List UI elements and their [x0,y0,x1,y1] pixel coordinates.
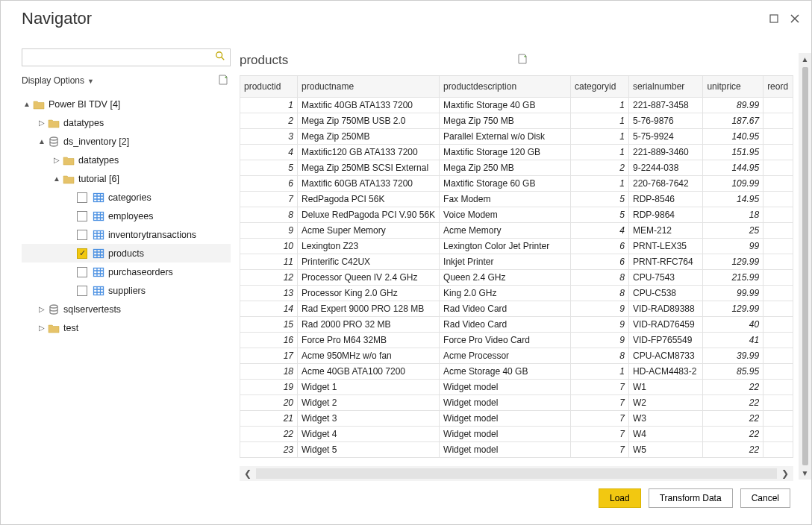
transform-data-button[interactable]: Transform Data [649,488,733,508]
table-row[interactable]: 15Rad 2000 PRO 32 MBRad Video Card9VID-R… [240,316,793,332]
column-header[interactable]: serialnumber [628,76,702,97]
tree-node[interactable]: categories [22,188,231,207]
search-input[interactable] [22,48,231,66]
cell: 221-889-3460 [628,144,702,160]
tree-node[interactable]: ▲ds_inventory [2] [22,132,231,151]
tree-node[interactable]: employees [22,207,231,225]
tree-node[interactable]: purchaseorders [22,262,231,281]
cell [763,191,793,207]
table-row[interactable]: 10Lexington Z23Lexington Color Jet Print… [240,238,793,254]
cell: 5 [571,207,629,222]
column-header[interactable]: categoryid [571,76,629,97]
svg-point-9 [50,305,57,308]
cell: 1 [571,128,629,144]
maximize-icon[interactable] [763,8,784,29]
data-grid[interactable]: productidproductnameproductdescriptionca… [240,76,793,458]
cell [763,269,793,285]
tree-node[interactable]: ▲Power BI TDV [4] [22,95,231,113]
scroll-down-icon[interactable]: ▼ [799,467,811,480]
scroll-thumb[interactable] [802,67,808,465]
cancel-button[interactable]: Cancel [740,488,790,508]
table-row[interactable]: 16Force Pro M64 32MBForce Pro Video Card… [240,332,793,348]
load-button[interactable]: Load [599,488,641,508]
table-row[interactable]: 11Printerific C42UXInkjet Printer6PRNT-R… [240,254,793,269]
horizontal-scrollbar[interactable]: ❮ ❯ [240,466,793,481]
tree-checkbox[interactable] [77,267,87,277]
tree-checkbox[interactable] [77,230,87,240]
scroll-left-icon[interactable]: ❮ [240,468,256,479]
twisty-icon[interactable]: ▲ [37,137,47,145]
twisty-icon[interactable]: ▷ [51,156,62,164]
tree-checkbox[interactable]: ✓ [77,248,87,259]
cell: 19 [240,379,298,394]
column-header[interactable]: productdescription [440,76,571,97]
tree-node[interactable]: inventorytransactions [22,225,231,244]
tree-checkbox[interactable] [77,192,87,203]
table-row[interactable]: 21Widget 3Widget model7W322 [240,410,793,426]
cell: 17 [240,348,298,363]
cell: CPU-C538 [628,285,702,301]
column-header[interactable]: reord [763,76,793,97]
scroll-up-icon[interactable]: ▲ [799,53,811,66]
cell: 22 [703,441,763,457]
tree-checkbox[interactable] [77,211,87,221]
cell: Maxtific120 GB ATA133 7200 [298,144,440,160]
column-header[interactable]: productid [240,76,298,97]
table-row[interactable]: 5Mega Zip 250MB SCSI ExternalMega Zip 25… [240,160,793,175]
tree-checkbox[interactable] [77,286,87,296]
column-header[interactable]: unitprice [703,76,763,97]
table-row[interactable]: 22Widget 4Widget model7W422 [240,426,793,441]
twisty-icon[interactable]: ▷ [37,305,47,313]
tree-node[interactable]: suppliers [22,281,231,300]
table-row[interactable]: 19Widget 1Widget model7W122 [240,379,793,394]
table-row[interactable]: 14Rad Expert 9000 PRO 128 MBRad Video Ca… [240,301,793,316]
cell: 8 [571,348,629,363]
search-icon[interactable] [215,51,227,64]
table-row[interactable]: 3Mega Zip 250MBParallel External w/o Dis… [240,128,793,144]
search-field[interactable] [25,50,215,65]
table-row[interactable]: 8Deluxe RedPagoda PCI V.90 56KVoice Mode… [240,207,793,222]
table-row[interactable]: 4Maxtific120 GB ATA133 7200Maxtific Stor… [240,144,793,160]
cell: Acme 40GB ATA100 7200 [298,363,440,379]
tree-node[interactable]: ▷sqlservertests [22,300,231,318]
close-icon[interactable] [784,8,805,29]
twisty-icon[interactable]: ▷ [37,324,47,332]
preview-refresh-icon[interactable] [516,53,793,69]
tree-node[interactable]: ▲tutorial [6] [22,169,231,188]
table-row[interactable]: 18Acme 40GB ATA100 7200Acme Storage 40 G… [240,363,793,379]
table-row[interactable]: 7RedPagoda PCI 56KFax Modem5RDP-854614.9… [240,191,793,207]
twisty-icon[interactable]: ▷ [37,119,47,127]
cell: 221-887-3458 [628,97,702,113]
table-row[interactable]: 9Acme Super MemoryAcme Memory4MEM-21225 [240,222,793,238]
tree-node[interactable]: ▷datatypes [22,151,231,169]
tree-node[interactable]: ✓products [22,244,231,262]
scroll-right-icon[interactable]: ❯ [777,468,793,479]
cell [763,128,793,144]
tree[interactable]: ▲Power BI TDV [4]▷datatypes▲ds_inventory… [22,95,231,482]
twisty-icon[interactable]: ▲ [22,100,32,108]
display-options-button[interactable]: Display Options▼ [22,75,217,86]
cell: 1 [571,363,629,379]
table-row[interactable]: 6Maxtific 60GB ATA133 7200Maxtific Stora… [240,175,793,191]
table-row[interactable]: 17Acme 950MHz w/o fanAcme Processor8CPU-… [240,348,793,363]
table-row[interactable]: 13Processor King 2.0 GHzKing 2.0 GHz8CPU… [240,285,793,301]
tree-node[interactable]: ▷test [22,318,231,337]
sidebar: Display Options▼ ▲Power BI TDV [4]▷datat… [22,37,231,482]
table-row[interactable]: 12Processor Queen IV 2.4 GHzQueen 2.4 GH… [240,269,793,285]
column-header[interactable]: productname [298,76,440,97]
table-row[interactable]: 20Widget 2Widget model7W222 [240,394,793,410]
table-row[interactable]: 2Mega Zip 750MB USB 2.0Mega Zip 750 MB15… [240,113,793,128]
cell [763,113,793,128]
tree-label: purchaseorders [108,267,173,277]
cell: Maxtific Storage 120 GB [440,144,571,160]
table-row[interactable]: 1Maxtific 40GB ATA133 7200Maxtific Stora… [240,97,793,113]
twisty-icon[interactable]: ▲ [51,175,62,183]
table-icon [92,265,105,279]
cell: Maxtific 60GB ATA133 7200 [298,175,440,191]
cell: 9 [240,222,298,238]
cell: 220-768-7642 [628,175,702,191]
tree-node[interactable]: ▷datatypes [22,113,231,132]
vertical-scrollbar[interactable]: ▲ ▼ [799,53,811,480]
refresh-icon[interactable] [217,74,231,88]
table-row[interactable]: 23Widget 5Widget model7W522 [240,441,793,457]
